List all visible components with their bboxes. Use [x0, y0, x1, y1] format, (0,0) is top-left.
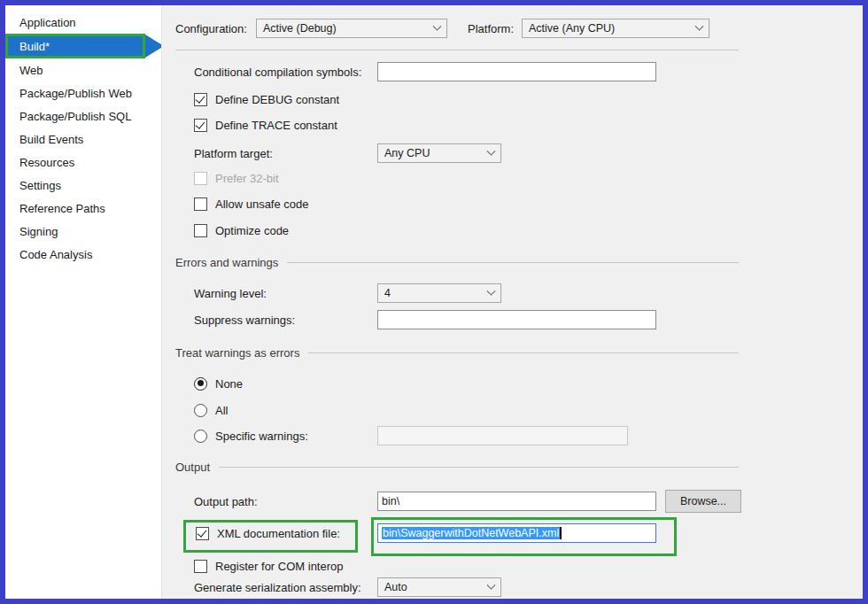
- sidebar-item-build-events[interactable]: Build Events: [5, 128, 161, 151]
- define-trace-label: Define TRACE constant: [215, 119, 337, 132]
- define-debug-checkbox[interactable]: [194, 93, 207, 106]
- conditional-symbols-input[interactable]: [377, 62, 656, 81]
- sidebar-item-package-publish-sql[interactable]: Package/Publish SQL: [5, 105, 161, 128]
- serialization-label: Generate serialization assembly:: [194, 581, 377, 594]
- treat-warnings-none-label: None: [215, 377, 243, 391]
- chevron-down-icon: [695, 21, 704, 30]
- register-com-checkbox[interactable]: [194, 560, 207, 573]
- sidebar-item-application[interactable]: Application: [5, 11, 161, 34]
- sidebar-item-label: Reference Paths: [19, 202, 105, 215]
- suppress-warnings-label: Suppress warnings:: [194, 314, 377, 327]
- platform-target-label: Platform target:: [194, 147, 377, 160]
- treat-warnings-all-radio[interactable]: [194, 404, 207, 417]
- section-divider: [308, 352, 739, 353]
- output-path-value: bin\: [382, 495, 399, 507]
- xml-doc-input[interactable]: bin\SwaggerwithDotNetWebAPI.xml: [377, 523, 656, 543]
- sidebar-item-package-publish-web[interactable]: Package/Publish Web: [5, 81, 161, 105]
- register-com-label: Register for COM interop: [215, 560, 344, 573]
- platform-select[interactable]: Active (Any CPU): [522, 19, 709, 38]
- suppress-warnings-input[interactable]: [377, 310, 656, 329]
- treat-warnings-section-title: Treat warnings as errors: [175, 346, 299, 360]
- section-divider: [219, 467, 739, 468]
- chevron-down-icon: [487, 580, 496, 589]
- sidebar-item-label: Build Events: [19, 133, 83, 146]
- sidebar-item-signing[interactable]: Signing: [5, 220, 161, 243]
- errors-warnings-section-title: Errors and warnings: [175, 256, 278, 269]
- section-divider: [287, 262, 739, 263]
- define-debug-label: Define DEBUG constant: [215, 93, 339, 106]
- browse-button[interactable]: Browse...: [665, 490, 741, 513]
- platform-target-select[interactable]: Any CPU: [377, 143, 501, 163]
- sidebar-item-label: Package/Publish SQL: [19, 110, 131, 123]
- build-settings-panel: Configuration: Active (Debug) Platform: …: [161, 5, 863, 599]
- properties-sidebar: Application Build* Web Package/Publish W…: [5, 5, 161, 599]
- warning-level-select[interactable]: 4: [377, 283, 501, 303]
- text-caret: [560, 527, 562, 539]
- project-properties-build-page: Application Build* Web Package/Publish W…: [0, 0, 868, 604]
- chevron-down-icon: [487, 146, 496, 155]
- output-path-label: Output path:: [194, 495, 377, 508]
- sidebar-item-label: Code Analysis: [19, 248, 92, 261]
- treat-warnings-specific-radio[interactable]: [194, 430, 207, 443]
- specific-warnings-input: [377, 426, 628, 445]
- allow-unsafe-checkbox[interactable]: [194, 197, 207, 211]
- platform-value: Active (Any CPU): [529, 22, 615, 35]
- sidebar-item-label: Signing: [19, 225, 58, 238]
- sidebar-item-code-analysis[interactable]: Code Analysis: [5, 243, 161, 266]
- sidebar-item-label: Build*: [19, 40, 50, 53]
- configuration-label: Configuration:: [175, 22, 256, 35]
- sidebar-item-label: Application: [19, 16, 76, 29]
- prefer-32bit-checkbox: [194, 172, 207, 185]
- platform-target-value: Any CPU: [384, 147, 430, 159]
- serialization-select[interactable]: Auto: [377, 577, 501, 597]
- configuration-select[interactable]: Active (Debug): [256, 19, 447, 38]
- output-path-input[interactable]: bin\: [377, 492, 656, 511]
- sidebar-item-web[interactable]: Web: [5, 58, 161, 81]
- header-divider: [175, 50, 739, 50]
- xml-doc-value: bin\SwaggerwithDotNetWebAPI.xml: [382, 527, 560, 539]
- sidebar-item-resources[interactable]: Resources: [5, 151, 161, 174]
- sidebar-item-settings[interactable]: Settings: [5, 174, 161, 197]
- chevron-down-icon: [487, 286, 496, 295]
- sidebar-item-label: Settings: [19, 179, 61, 192]
- prefer-32bit-label: Prefer 32-bit: [215, 172, 279, 185]
- platform-label: Platform:: [468, 22, 514, 35]
- xml-doc-label: XML documentation file:: [217, 527, 340, 540]
- chevron-down-icon: [433, 21, 442, 30]
- warning-level-value: 4: [384, 287, 391, 299]
- conditional-symbols-label: Conditional compilation symbols:: [194, 66, 377, 79]
- warning-level-label: Warning level:: [194, 287, 377, 300]
- treat-warnings-specific-label: Specific warnings:: [215, 430, 308, 443]
- treat-warnings-none-radio[interactable]: [194, 377, 207, 391]
- treat-warnings-all-label: All: [215, 404, 228, 417]
- browse-button-label: Browse...: [680, 495, 726, 507]
- output-section-title: Output: [175, 461, 210, 474]
- sidebar-item-reference-paths[interactable]: Reference Paths: [5, 197, 161, 220]
- sidebar-item-build[interactable]: Build*: [5, 34, 145, 58]
- define-trace-checkbox[interactable]: [194, 119, 207, 132]
- configuration-value: Active (Debug): [263, 22, 337, 35]
- sidebar-item-label: Resources: [19, 156, 74, 169]
- allow-unsafe-label: Allow unsafe code: [215, 197, 309, 211]
- serialization-value: Auto: [384, 581, 407, 593]
- xml-doc-checkbox[interactable]: [196, 527, 209, 540]
- optimize-code-checkbox[interactable]: [194, 224, 207, 237]
- optimize-code-label: Optimize code: [215, 224, 289, 237]
- sidebar-item-label: Web: [19, 64, 43, 77]
- sidebar-item-label: Package/Publish Web: [19, 87, 132, 100]
